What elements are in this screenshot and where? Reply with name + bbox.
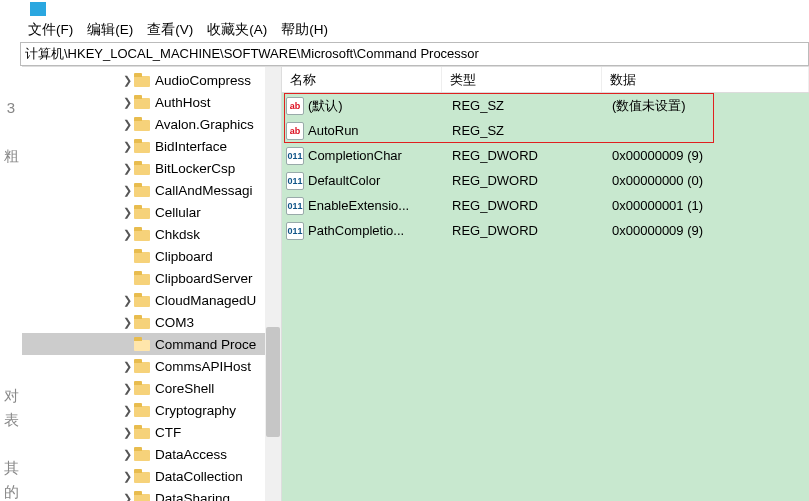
tree-item-callandmessagi[interactable]: ❯CallAndMessagi (22, 179, 281, 201)
chevron-right-icon[interactable]: ❯ (120, 74, 134, 87)
folder-icon (134, 425, 150, 439)
menu-view[interactable]: 查看(V) (143, 19, 197, 41)
tree-item-bidinterface[interactable]: ❯BidInterface (22, 135, 281, 157)
value-row[interactable]: abAutoRunREG_SZ (282, 118, 809, 143)
tree-scroll-thumb[interactable] (266, 327, 280, 437)
address-bar[interactable]: 计算机\HKEY_LOCAL_MACHINE\SOFTWARE\Microsof… (20, 42, 809, 66)
menu-edit[interactable]: 编辑(E) (83, 19, 137, 41)
tree-item-cryptography[interactable]: ❯Cryptography (22, 399, 281, 421)
value-data: (数值未设置) (608, 97, 809, 115)
column-type-header[interactable]: 类型 (442, 67, 602, 92)
folder-icon (134, 447, 150, 461)
value-type: REG_DWORD (448, 223, 608, 238)
tree-item-label: DataAccess (155, 447, 227, 462)
tree-item-datasharing[interactable]: ❯DataSharing (22, 487, 281, 501)
folder-icon (134, 403, 150, 417)
chevron-right-icon[interactable]: ❯ (120, 96, 134, 109)
value-type: REG_DWORD (448, 173, 608, 188)
tree-item-label: BidInterface (155, 139, 227, 154)
chevron-right-icon[interactable]: ❯ (120, 426, 134, 439)
value-row[interactable]: 011PathCompletio...REG_DWORD0x00000009 (… (282, 218, 809, 243)
menu-file[interactable]: 文件(F) (24, 19, 77, 41)
tree-item-cellular[interactable]: ❯Cellular (22, 201, 281, 223)
chevron-right-icon[interactable]: ❯ (120, 140, 134, 153)
tree-item-coreshell[interactable]: ❯CoreShell (22, 377, 281, 399)
tree-item-label: Chkdsk (155, 227, 200, 242)
chevron-right-icon[interactable]: ❯ (120, 294, 134, 307)
tree-item-com3[interactable]: ❯COM3 (22, 311, 281, 333)
tree-item-dataaccess[interactable]: ❯DataAccess (22, 443, 281, 465)
column-data-header[interactable]: 数据 (602, 67, 809, 92)
main-split: ❯AudioCompress❯AuthHost❯Avalon.Graphics❯… (22, 66, 809, 501)
chevron-right-icon[interactable]: ❯ (120, 382, 134, 395)
tree-pane[interactable]: ❯AudioCompress❯AuthHost❯Avalon.Graphics❯… (22, 67, 282, 501)
tree-item-commsapihost[interactable]: ❯CommsAPIHost (22, 355, 281, 377)
chevron-right-icon[interactable]: ❯ (120, 228, 134, 241)
chevron-right-icon[interactable]: ❯ (120, 404, 134, 417)
tree-item-ctf[interactable]: ❯CTF (22, 421, 281, 443)
tree-item-authhost[interactable]: ❯AuthHost (22, 91, 281, 113)
tree-item-label: CommsAPIHost (155, 359, 251, 374)
folder-icon (134, 337, 150, 351)
chevron-right-icon[interactable]: ❯ (120, 162, 134, 175)
dword-value-icon: 011 (286, 147, 304, 165)
value-type: REG_DWORD (448, 198, 608, 213)
folder-icon (134, 73, 150, 87)
tree-item-label: CloudManagedU (155, 293, 256, 308)
tree-item-clipboardserver[interactable]: ClipboardServer (22, 267, 281, 289)
tree-item-bitlockercsp[interactable]: ❯BitLockerCsp (22, 157, 281, 179)
value-type: REG_DWORD (448, 148, 608, 163)
dword-value-icon: 011 (286, 222, 304, 240)
dword-value-icon: 011 (286, 172, 304, 190)
tree-scrollbar[interactable] (265, 67, 281, 501)
value-type: REG_SZ (448, 123, 608, 138)
tree-item-label: Command Proce (155, 337, 256, 352)
values-header: 名称 类型 数据 (282, 67, 809, 93)
tree-item-command-proce[interactable]: Command Proce (22, 333, 281, 355)
tree-item-label: Avalon.Graphics (155, 117, 254, 132)
value-row[interactable]: ab(默认)REG_SZ(数值未设置) (282, 93, 809, 118)
value-row[interactable]: 011EnableExtensio...REG_DWORD0x00000001 … (282, 193, 809, 218)
chevron-right-icon[interactable]: ❯ (120, 470, 134, 483)
app-icon (30, 2, 46, 16)
chevron-right-icon[interactable]: ❯ (120, 118, 134, 131)
folder-icon (134, 381, 150, 395)
chevron-right-icon[interactable]: ❯ (120, 316, 134, 329)
tree-item-chkdsk[interactable]: ❯Chkdsk (22, 223, 281, 245)
value-data: 0x00000009 (9) (608, 148, 809, 163)
string-value-icon: ab (286, 97, 304, 115)
tree-item-label: Cryptography (155, 403, 236, 418)
tree-item-label: Clipboard (155, 249, 213, 264)
tree-item-audiocompress[interactable]: ❯AudioCompress (22, 69, 281, 91)
tree-item-label: BitLockerCsp (155, 161, 235, 176)
tree-item-label: DataSharing (155, 491, 230, 502)
tree-item-label: AuthHost (155, 95, 211, 110)
chevron-right-icon[interactable]: ❯ (120, 206, 134, 219)
value-name: AutoRun (308, 123, 448, 138)
chevron-right-icon[interactable]: ❯ (120, 492, 134, 502)
dword-value-icon: 011 (286, 197, 304, 215)
column-name-header[interactable]: 名称 (282, 67, 442, 92)
value-row[interactable]: 011DefaultColorREG_DWORD0x00000000 (0) (282, 168, 809, 193)
tree-item-datacollection[interactable]: ❯DataCollection (22, 465, 281, 487)
folder-icon (134, 183, 150, 197)
values-pane[interactable]: 名称 类型 数据 ab(默认)REG_SZ(数值未设置)abAutoRunREG… (282, 67, 809, 501)
tree-item-label: CTF (155, 425, 181, 440)
value-row[interactable]: 011CompletionCharREG_DWORD0x00000009 (9) (282, 143, 809, 168)
tree-item-cloudmanagedu[interactable]: ❯CloudManagedU (22, 289, 281, 311)
value-data: 0x00000001 (1) (608, 198, 809, 213)
menu-bar: 文件(F) 编辑(E) 查看(V) 收藏夹(A) 帮助(H) (20, 18, 809, 42)
value-data: 0x00000000 (0) (608, 173, 809, 188)
menu-favorites[interactable]: 收藏夹(A) (203, 19, 271, 41)
tree-item-clipboard[interactable]: Clipboard (22, 245, 281, 267)
chevron-right-icon[interactable]: ❯ (120, 448, 134, 461)
chevron-right-icon[interactable]: ❯ (120, 360, 134, 373)
chevron-right-icon[interactable]: ❯ (120, 184, 134, 197)
menu-help[interactable]: 帮助(H) (277, 19, 332, 41)
folder-icon (134, 227, 150, 241)
folder-icon (134, 293, 150, 307)
tree-item-label: AudioCompress (155, 73, 251, 88)
tree-item-avalon-graphics[interactable]: ❯Avalon.Graphics (22, 113, 281, 135)
address-text: 计算机\HKEY_LOCAL_MACHINE\SOFTWARE\Microsof… (25, 45, 479, 63)
folder-icon (134, 161, 150, 175)
